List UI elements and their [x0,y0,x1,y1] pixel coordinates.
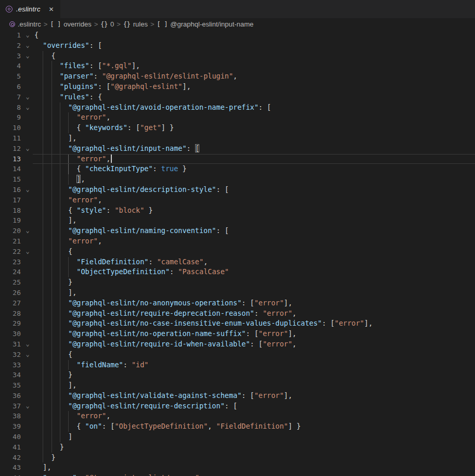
fold-chevron-icon[interactable] [21,205,34,216]
code-line[interactable]: 16⌄ "@graphql-eslint/description-style":… [0,185,475,195]
code-line[interactable]: 1⌄{ [0,30,475,41]
code-line[interactable]: 18 { "style": "block" } [0,205,475,216]
code-line[interactable]: 8⌄ "@graphql-eslint/avoid-operation-name… [0,102,475,113]
fold-chevron-icon[interactable]: ⌄ [21,102,34,113]
fold-chevron-icon[interactable] [21,195,34,205]
code-line[interactable]: 11 ], [0,133,475,144]
line-number[interactable]: 4 [0,61,21,71]
code-line[interactable]: 28 "@graphql-eslint/require-deprecation-… [0,308,475,319]
fold-chevron-icon[interactable]: ⌄ [21,41,34,51]
line-number[interactable]: 30 [0,329,21,339]
code-line[interactable]: 12⌄ "@graphql-eslint/input-name": [ [0,144,475,154]
fold-chevron-icon[interactable] [21,318,34,329]
line-number[interactable]: 26 [0,288,21,298]
fold-chevron-icon[interactable] [21,432,34,442]
line-number[interactable]: 5 [0,71,21,82]
line-number[interactable]: 23 [0,257,21,267]
breadcrumb-item[interactable]: .eslintrc [9,20,41,28]
code-line[interactable]: 21 "error", [0,236,475,247]
line-number[interactable]: 3 [0,51,21,61]
fold-chevron-icon[interactable]: ⌄ [21,185,34,195]
fold-chevron-icon[interactable] [21,123,34,133]
breadcrumb-item[interactable]: [ ]@graphql-eslint/input-name [157,20,254,28]
fold-chevron-icon[interactable] [21,453,34,463]
code-line[interactable]: 19 ], [0,215,475,226]
code-line[interactable]: 34 } [0,370,475,380]
line-number[interactable]: 28 [0,308,21,319]
fold-chevron-icon[interactable] [21,154,34,164]
fold-chevron-icon[interactable] [21,174,34,185]
code-line[interactable]: 5 "parser": "@graphql-eslint/eslint-plug… [0,71,475,82]
line-number[interactable]: 14 [0,164,21,174]
fold-chevron-icon[interactable]: ⌄ [21,350,34,360]
breadcrumb-item[interactable]: {}0 [100,20,114,28]
line-number[interactable]: 2 [0,41,21,51]
line-number[interactable]: 20 [0,226,21,236]
code-line[interactable]: 4 "files": ["*.gql"], [0,61,475,71]
line-number[interactable]: 10 [0,123,21,133]
line-number[interactable]: 18 [0,205,21,216]
fold-chevron-icon[interactable] [21,277,34,288]
code-line[interactable]: 3⌄ { [0,51,475,61]
code-line[interactable]: 40 ] [0,432,475,442]
line-number[interactable]: 42 [0,453,21,463]
code-line[interactable]: 43 ], [0,462,475,473]
line-number[interactable]: 29 [0,318,21,329]
breadcrumb-item[interactable]: {}rules [123,20,148,28]
line-number[interactable]: 41 [0,442,21,453]
line-number[interactable]: 7 [0,92,21,102]
line-number[interactable]: 34 [0,370,21,380]
line-number[interactable]: 11 [0,133,21,144]
code-line[interactable]: 38 "error", [0,411,475,421]
fold-chevron-icon[interactable]: ⌄ [21,401,34,411]
line-number[interactable]: 6 [0,82,21,92]
line-number[interactable]: 19 [0,215,21,226]
code-line[interactable]: 36 "@graphql-eslint/validate-against-sch… [0,391,475,401]
line-number[interactable]: 38 [0,411,21,421]
fold-chevron-icon[interactable] [21,133,34,144]
line-number[interactable]: 31 [0,339,21,350]
breadcrumb-item[interactable]: [ ]overrides [50,20,91,28]
line-number[interactable]: 9 [0,112,21,123]
code-line[interactable]: 44 "parser": "@typescript-eslint/parser" [0,473,475,476]
fold-chevron-icon[interactable] [21,112,34,123]
fold-chevron-icon[interactable] [21,236,34,247]
fold-chevron-icon[interactable]: ⌄ [21,92,34,102]
line-number[interactable]: 16 [0,185,21,195]
line-number[interactable]: 40 [0,432,21,442]
code-line[interactable]: 29 "@graphql-eslint/no-case-insensitive-… [0,318,475,329]
fold-chevron-icon[interactable] [21,421,34,432]
code-line[interactable]: 39 { "on": ["ObjectTypeDefinition", "Fie… [0,421,475,432]
line-number[interactable]: 25 [0,277,21,288]
tab-eslintrc[interactable]: .eslintrc ✕ [0,0,60,18]
fold-chevron-icon[interactable] [21,411,34,421]
fold-chevron-icon[interactable] [21,257,34,267]
code-line[interactable]: 9 "error", [0,112,475,123]
fold-chevron-icon[interactable]: ⌄ [21,226,34,236]
line-number[interactable]: 1 [0,30,21,41]
code-line[interactable]: 10 { "keywords": ["get"] } [0,123,475,133]
fold-chevron-icon[interactable] [21,360,34,370]
code-line[interactable]: 37⌄ "@graphql-eslint/require-description… [0,401,475,411]
code-line[interactable]: 41 } [0,442,475,453]
fold-chevron-icon[interactable] [21,215,34,226]
fold-chevron-icon[interactable] [21,71,34,82]
fold-chevron-icon[interactable]: ⌄ [21,144,34,154]
line-number[interactable]: 33 [0,360,21,370]
close-icon[interactable]: ✕ [49,6,54,13]
fold-chevron-icon[interactable] [21,308,34,319]
code-line[interactable]: 17 "error", [0,195,475,205]
code-line[interactable]: 23 "FieldDefinition": "camelCase", [0,257,475,267]
fold-chevron-icon[interactable]: ⌄ [21,247,34,257]
fold-chevron-icon[interactable] [21,329,34,339]
code-line[interactable]: 42 } [0,453,475,463]
code-line[interactable]: 13 "error", [0,154,475,164]
code-line[interactable]: 31⌄ "@graphql-eslint/require-id-when-ava… [0,339,475,350]
line-number[interactable]: 24 [0,267,21,277]
code-line[interactable]: 7⌄ "rules": { [0,92,475,102]
line-number[interactable]: 8 [0,102,21,113]
fold-chevron-icon[interactable]: ⌄ [21,51,34,61]
line-number[interactable]: 22 [0,247,21,257]
fold-chevron-icon[interactable] [21,164,34,174]
line-number[interactable]: 39 [0,421,21,432]
